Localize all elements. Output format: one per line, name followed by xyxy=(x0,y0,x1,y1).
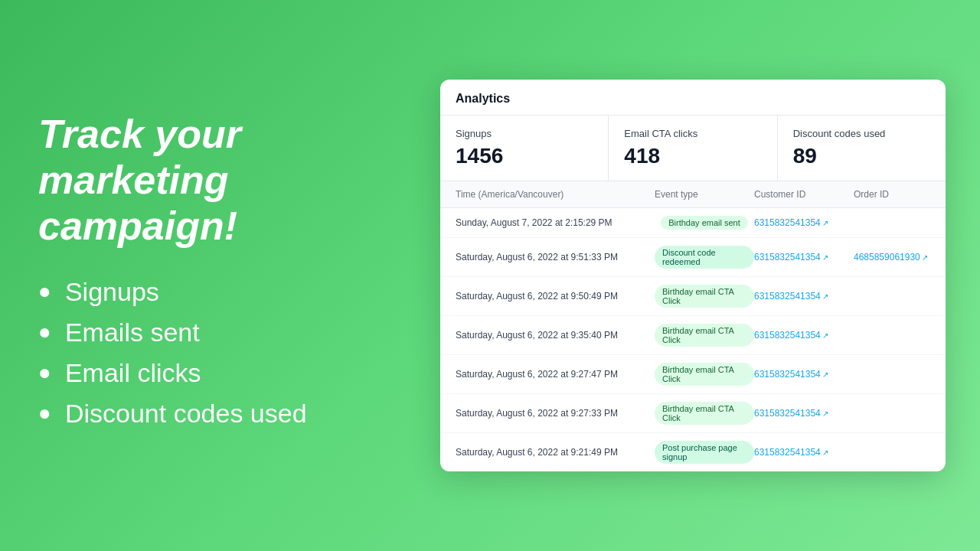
customer-id-link[interactable]: 6315832541354 xyxy=(754,252,828,262)
table-header-cell: Order ID xyxy=(854,189,930,200)
table-body: Sunday, August 7, 2022 at 2:15:29 PM Bir… xyxy=(440,208,946,471)
time-cell: Saturday, August 6, 2022 at 9:35:40 PM xyxy=(456,330,655,341)
stat-value: 89 xyxy=(793,144,930,168)
event-badge: Post purchase page signup xyxy=(655,441,754,464)
time-cell: Saturday, August 6, 2022 at 9:27:47 PM xyxy=(456,369,655,380)
event-cell: Discount code redeemed xyxy=(655,246,754,269)
table-container: Time (America/Vancouver)Event typeCustom… xyxy=(440,181,946,471)
table-row: Sunday, August 7, 2022 at 2:15:29 PM Bir… xyxy=(440,208,946,238)
event-cell: Birthday email sent xyxy=(655,216,754,230)
event-badge: Discount code redeemed xyxy=(655,246,754,269)
analytics-header: Analytics xyxy=(440,80,946,116)
stat-label: Signups xyxy=(456,128,593,139)
customer-cell: 6315832541354 xyxy=(754,330,854,341)
table-row: Saturday, August 6, 2022 at 9:50:49 PM B… xyxy=(440,277,946,316)
analytics-card: Analytics Signups 1456 Email CTA clicks … xyxy=(440,80,946,471)
table-header: Time (America/Vancouver)Event typeCustom… xyxy=(440,181,946,208)
time-cell: Saturday, August 6, 2022 at 9:27:33 PM xyxy=(456,408,655,419)
time-cell: Saturday, August 6, 2022 at 9:21:49 PM xyxy=(456,447,655,458)
order-cell: 4685859061930 xyxy=(854,252,930,262)
stats-row: Signups 1456 Email CTA clicks 418 Discou… xyxy=(440,116,946,181)
stat-value: 418 xyxy=(624,144,761,168)
time-cell: Sunday, August 7, 2022 at 2:15:29 PM xyxy=(456,217,655,228)
event-badge: Birthday email CTA Click xyxy=(655,402,754,425)
customer-cell: 6315832541354 xyxy=(754,252,854,262)
customer-id-link[interactable]: 6315832541354 xyxy=(754,408,828,419)
table-row: Saturday, August 6, 2022 at 9:51:33 PM D… xyxy=(440,238,946,277)
customer-id-link[interactable]: 6315832541354 xyxy=(754,217,828,228)
event-cell: Birthday email CTA Click xyxy=(655,363,754,386)
stat-box: Email CTA clicks 418 xyxy=(609,116,777,181)
bullet-list: SignupsEmails sentEmail clicksDiscount c… xyxy=(38,277,390,429)
customer-cell: 6315832541354 xyxy=(754,447,854,458)
customer-id-link[interactable]: 6315832541354 xyxy=(754,330,828,341)
stat-value: 1456 xyxy=(456,144,593,168)
stat-box: Signups 1456 xyxy=(440,116,609,181)
customer-id-link[interactable]: 6315832541354 xyxy=(754,369,828,380)
stat-box: Discount codes used 89 xyxy=(778,116,946,181)
table-header-cell: Time (America/Vancouver) xyxy=(456,189,655,200)
table-header-cell: Event type xyxy=(655,189,754,200)
bullet-item: Emails sent xyxy=(38,318,390,347)
bullet-item: Email clicks xyxy=(38,358,390,388)
left-panel: Track your marketing campaign! SignupsEm… xyxy=(0,66,429,484)
table-row: Saturday, August 6, 2022 at 9:35:40 PM B… xyxy=(440,316,946,355)
table-header-cell: Customer ID xyxy=(754,189,854,200)
stat-label: Email CTA clicks xyxy=(624,128,761,139)
right-panel: Analytics Signups 1456 Email CTA clicks … xyxy=(429,64,980,487)
time-cell: Saturday, August 6, 2022 at 9:51:33 PM xyxy=(456,252,655,262)
event-cell: Birthday email CTA Click xyxy=(655,324,754,347)
event-badge: Birthday email sent xyxy=(661,216,748,230)
table-row: Saturday, August 6, 2022 at 9:21:49 PM P… xyxy=(440,433,946,471)
event-cell: Birthday email CTA Click xyxy=(655,402,754,425)
headline: Track your marketing campaign! xyxy=(38,112,390,249)
event-badge: Birthday email CTA Click xyxy=(655,324,754,347)
time-cell: Saturday, August 6, 2022 at 9:50:49 PM xyxy=(456,291,655,302)
event-badge: Birthday email CTA Click xyxy=(655,363,754,386)
event-badge: Birthday email CTA Click xyxy=(655,285,754,308)
analytics-title: Analytics xyxy=(456,92,510,105)
table-row: Saturday, August 6, 2022 at 9:27:47 PM B… xyxy=(440,355,946,394)
customer-cell: 6315832541354 xyxy=(754,291,854,302)
customer-cell: 6315832541354 xyxy=(754,408,854,419)
bullet-item: Discount codes used xyxy=(38,399,390,429)
bullet-item: Signups xyxy=(38,277,390,307)
customer-cell: 6315832541354 xyxy=(754,369,854,380)
stat-label: Discount codes used xyxy=(793,128,930,139)
customer-id-link[interactable]: 6315832541354 xyxy=(754,447,828,458)
event-cell: Birthday email CTA Click xyxy=(655,285,754,308)
table-row: Saturday, August 6, 2022 at 9:27:33 PM B… xyxy=(440,394,946,433)
event-cell: Post purchase page signup xyxy=(655,441,754,464)
customer-id-link[interactable]: 6315832541354 xyxy=(754,291,828,302)
order-id-link[interactable]: 4685859061930 xyxy=(854,252,928,262)
customer-cell: 6315832541354 xyxy=(754,217,854,228)
